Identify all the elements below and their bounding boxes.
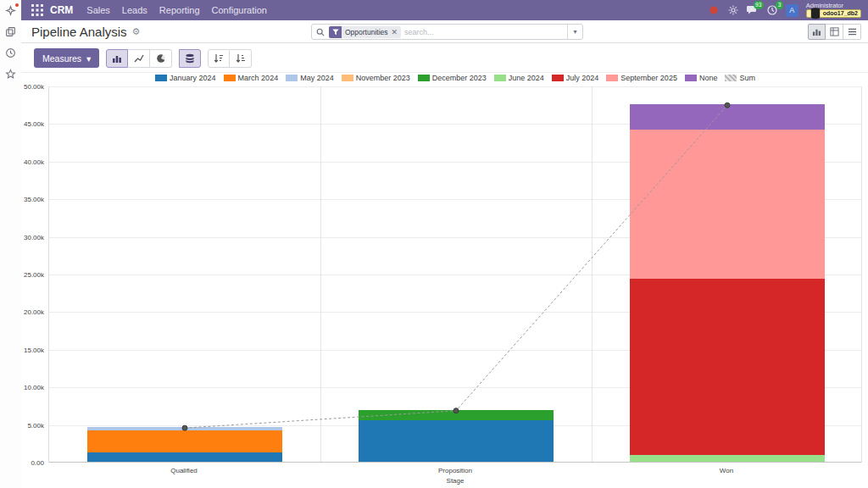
legend-label: June 2024 <box>509 74 544 82</box>
pivot-table-icon <box>830 27 839 36</box>
legend-swatch <box>685 75 697 81</box>
notification-dot <box>15 3 19 7</box>
app-name[interactable]: CRM <box>50 4 73 16</box>
database-icon <box>810 8 821 19</box>
legend-swatch <box>552 75 564 81</box>
apps-grid-icon[interactable] <box>31 4 43 16</box>
legend-item[interactable]: June 2024 <box>494 74 544 82</box>
page-title: Pipeline Analysis <box>31 25 127 39</box>
search-input[interactable] <box>401 28 567 36</box>
bar-segment[interactable] <box>87 427 282 430</box>
x-tick-label: Won <box>676 467 777 474</box>
action-cog-icon[interactable]: ⚙ <box>132 26 141 37</box>
stacked-button[interactable] <box>179 49 201 68</box>
sort-ascending-button[interactable] <box>230 49 252 68</box>
legend-label: November 2023 <box>356 74 410 82</box>
top-navbar: CRM Sales Leads Reporting Configuration … <box>21 0 868 20</box>
bar-chart-button[interactable] <box>106 49 128 68</box>
legend-label: May 2024 <box>300 74 334 82</box>
menu-configuration[interactable]: Configuration <box>212 5 267 15</box>
view-switcher <box>808 24 861 40</box>
bar-segment[interactable] <box>359 410 554 420</box>
facet-label: Opportunities <box>342 28 392 36</box>
legend-item[interactable]: Sum <box>725 74 755 82</box>
legend-item[interactable]: None <box>685 74 718 82</box>
messages-icon[interactable]: 93 <box>747 4 759 16</box>
x-tick-label: Proposition <box>404 467 506 474</box>
database-badge: odoo17_db2 <box>806 9 861 18</box>
windows-copy-icon[interactable] <box>5 26 16 37</box>
legend-swatch <box>725 75 737 81</box>
view-list-button[interactable] <box>843 24 861 40</box>
plot-area <box>48 86 862 463</box>
legend-item[interactable]: July 2024 <box>552 74 599 82</box>
legend-label: September 2025 <box>620 74 677 82</box>
measures-button[interactable]: Measures▾ <box>34 48 99 68</box>
stacked-database-icon <box>185 53 195 64</box>
y-tick-label: 10.00k <box>24 384 44 391</box>
legend-item[interactable]: May 2024 <box>286 74 334 82</box>
bar-chart-icon <box>812 27 821 36</box>
pie-chart-icon <box>156 53 166 64</box>
menu-leads[interactable]: Leads <box>122 5 147 15</box>
bar-segment[interactable] <box>630 455 825 462</box>
view-graph-button[interactable] <box>808 24 826 40</box>
legend-label: Sum <box>739 74 755 82</box>
activity-clock-icon[interactable]: 3 <box>766 4 778 16</box>
gridline <box>320 86 321 462</box>
y-tick-label: 30.00k <box>24 234 44 241</box>
bar-segment[interactable] <box>630 279 825 455</box>
sparkle-ai-icon[interactable] <box>5 5 16 16</box>
y-tick-label: 0.00 <box>24 459 44 467</box>
activity-badge: 3 <box>776 1 783 9</box>
bar-segment[interactable] <box>87 452 282 462</box>
legend-item[interactable]: December 2023 <box>418 74 487 82</box>
search-bar[interactable]: Opportunities ✕ ▾ <box>311 24 583 40</box>
legend-swatch <box>494 75 506 81</box>
legend-item[interactable]: January 2024 <box>155 74 216 82</box>
line-chart-button[interactable] <box>128 49 150 68</box>
legend-label: March 2024 <box>238 74 279 82</box>
database-name: odoo17_db2 <box>823 10 858 17</box>
systray: 93 3 A Administrator odoo17_db2 <box>708 3 861 19</box>
menu-reporting[interactable]: Reporting <box>159 5 200 15</box>
view-pivot-button[interactable] <box>826 24 843 40</box>
bar-segment[interactable] <box>87 430 282 452</box>
user-menu[interactable]: Administrator odoo17_db2 <box>806 3 861 19</box>
facet-remove-icon[interactable]: ✕ <box>392 28 402 36</box>
left-rail <box>0 0 21 488</box>
bar-segment[interactable] <box>630 130 825 280</box>
y-tick-label: 45.00k <box>24 120 44 128</box>
legend-label: None <box>699 74 718 82</box>
chart-type-group <box>106 49 172 68</box>
sort-descending-button[interactable] <box>208 49 230 68</box>
filter-funnel-icon <box>329 26 342 38</box>
clock-icon[interactable] <box>5 47 16 58</box>
line-chart-icon <box>134 53 144 64</box>
pie-chart-button[interactable] <box>150 49 172 68</box>
legend-item[interactable]: November 2023 <box>342 74 410 82</box>
record-indicator-icon[interactable] <box>708 4 720 16</box>
search-facet[interactable]: Opportunities ✕ <box>329 26 401 38</box>
bar-segment[interactable] <box>630 104 825 129</box>
legend-item[interactable]: September 2025 <box>606 74 677 82</box>
star-icon[interactable] <box>5 69 16 80</box>
legend-swatch <box>286 75 298 81</box>
menu-sales[interactable]: Sales <box>86 5 110 15</box>
list-icon <box>848 27 857 36</box>
y-tick-label: 35.00k <box>24 196 44 203</box>
user-avatar[interactable]: A <box>786 4 798 17</box>
messages-badge: 93 <box>754 1 764 9</box>
search-dropdown-caret-icon[interactable]: ▾ <box>567 25 582 39</box>
chart-legend: January 2024March 2024May 2024November 2… <box>48 74 862 82</box>
legend-item[interactable]: March 2024 <box>224 74 279 82</box>
gear-icon[interactable] <box>727 4 739 16</box>
bar-chart-icon <box>112 53 122 64</box>
y-tick-label: 5.00k <box>24 422 44 430</box>
caret-down-icon: ▾ <box>86 53 91 64</box>
y-tick-label: 40.00k <box>24 158 44 166</box>
bar-segment[interactable] <box>359 420 554 462</box>
legend-swatch <box>155 75 167 81</box>
control-panel: Pipeline Analysis ⚙ Opportunities ✕ ▾ <box>21 20 868 43</box>
y-tick-label: 20.00k <box>24 308 44 316</box>
